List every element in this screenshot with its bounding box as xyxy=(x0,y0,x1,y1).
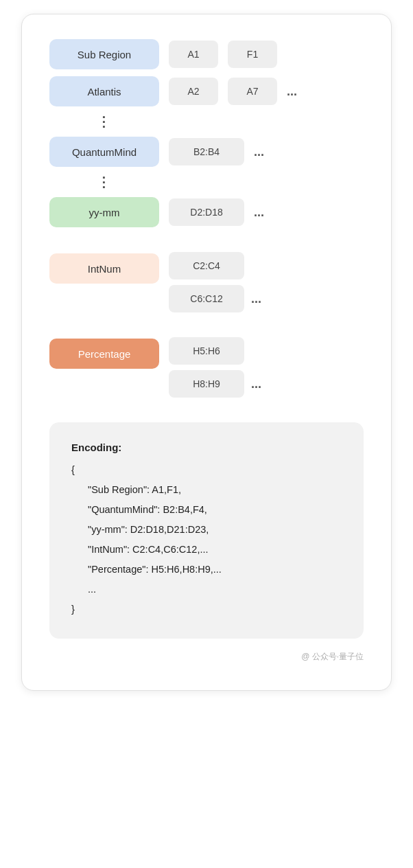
encoding-box: Encoding: { "Sub Region": A1,F1, "Quantu… xyxy=(49,422,364,639)
vdots-row-2: ⋮ xyxy=(49,174,364,190)
intnum-tag-row-2: C6:C12 ... xyxy=(169,285,261,312)
row-yymm: yy-mm D2:D18 ... xyxy=(49,197,364,227)
watermark: @ 公众号·量子位 xyxy=(49,651,364,663)
encoding-open-brace: { xyxy=(71,460,342,480)
percentage-tag-row-1: H5:H6 xyxy=(169,337,261,365)
tag-f1: F1 xyxy=(228,41,277,68)
tag-d2d18: D2:D18 xyxy=(169,198,244,226)
label-sub-region: Sub Region xyxy=(49,39,159,69)
vdots-row-1: ⋮ xyxy=(49,113,364,130)
encoding-line-0: "Sub Region": A1,F1, xyxy=(71,480,342,500)
intnum-tags: C2:C4 C6:C12 ... xyxy=(169,252,261,312)
label-percentage: Percentage xyxy=(49,339,159,369)
label-quantummind: QuantumMind xyxy=(49,137,159,167)
encoding-line-4: "Percentage": H5:H6,H8:H9,... xyxy=(71,560,342,580)
ellipsis-yymm: ... xyxy=(254,205,264,220)
tag-a7: A7 xyxy=(228,78,277,105)
percentage-tag-row-2: H8:H9 ... xyxy=(169,370,261,398)
encoding-ellipsis: ... xyxy=(71,580,342,599)
row-atlantis: Atlantis A2 A7 ... xyxy=(49,76,364,106)
tag-c2c4: C2:C4 xyxy=(169,252,244,279)
label-atlantis: Atlantis xyxy=(49,76,159,106)
label-yymm: yy-mm xyxy=(49,197,159,227)
tag-c6c12: C6:C12 xyxy=(169,285,244,312)
percentage-tags: H5:H6 H8:H9 ... xyxy=(169,337,261,398)
encoding-content: { "Sub Region": A1,F1, "QuantumMind": B2… xyxy=(71,460,342,619)
tag-h8h9: H8:H9 xyxy=(169,370,244,398)
encoding-line-1: "QuantumMind": B2:B4,F4, xyxy=(71,500,342,520)
ellipsis-percentage: ... xyxy=(251,377,261,391)
vdots-spacer-1: ⋮ xyxy=(49,113,159,130)
tag-b2b4: B2:B4 xyxy=(169,138,244,165)
vdots-spacer-2: ⋮ xyxy=(49,174,159,190)
diagram-section: Sub Region A1 F1 Atlantis A2 A7 ... ⋮ Qu… xyxy=(49,39,364,398)
ellipsis-quantummind: ... xyxy=(254,145,264,159)
encoding-title: Encoding: xyxy=(71,442,342,453)
tag-a2: A2 xyxy=(169,78,218,105)
row-intnum: IntNum C2:C4 C6:C12 ... xyxy=(49,248,364,312)
label-intnum: IntNum xyxy=(49,253,159,284)
intnum-tag-row-1: C2:C4 xyxy=(169,252,261,279)
tag-h5h6: H5:H6 xyxy=(169,337,244,365)
encoding-line-2: "yy-mm": D2:D18,D21:D23, xyxy=(71,520,342,540)
row-sub-region: Sub Region A1 F1 xyxy=(49,39,364,69)
tag-a1: A1 xyxy=(169,41,218,68)
row-quantummind: QuantumMind B2:B4 ... xyxy=(49,137,364,167)
row-percentage: Percentage H5:H6 H8:H9 ... xyxy=(49,333,364,398)
encoding-close-brace: } xyxy=(71,599,342,619)
main-card: Sub Region A1 F1 Atlantis A2 A7 ... ⋮ Qu… xyxy=(21,14,392,691)
ellipsis-intnum: ... xyxy=(251,292,261,306)
ellipsis-atlantis: ... xyxy=(287,84,297,99)
encoding-line-3: "IntNum": C2:C4,C6:C12,... xyxy=(71,540,342,560)
